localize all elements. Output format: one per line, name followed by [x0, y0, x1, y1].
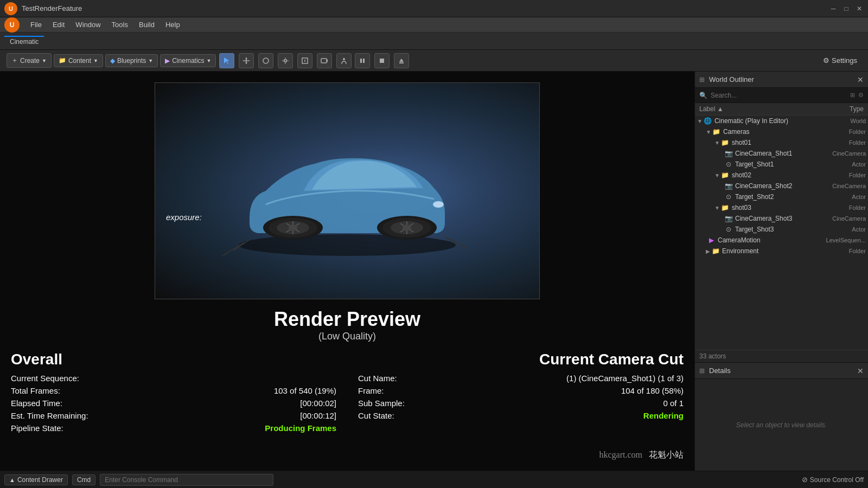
- menu-build[interactable]: Build: [135, 20, 159, 30]
- content-button[interactable]: 📁 Content ▼: [54, 54, 103, 67]
- tree-item-name: CineCamera_Shot3: [735, 215, 832, 222]
- camera-button[interactable]: [317, 53, 332, 68]
- toolbar-playback: [355, 53, 409, 68]
- tree-item[interactable]: ▼ 📁 shot01 Folder: [695, 137, 868, 148]
- menu-help[interactable]: Help: [161, 20, 184, 30]
- main-content: exposure: Render Preview (Low Quality) O…: [0, 72, 868, 471]
- minimize-button[interactable]: ─: [829, 4, 838, 13]
- details-close[interactable]: ✕: [857, 367, 864, 375]
- tree-item[interactable]: 📷 CineCamera_Shot1 CineCamera: [695, 148, 868, 159]
- frame-label: Frame:: [358, 386, 384, 395]
- tree-item-type: Folder: [849, 139, 868, 146]
- menu-file[interactable]: File: [26, 20, 46, 30]
- menu-bar: U File Edit Window Tools Build Help: [0, 17, 868, 33]
- blueprints-chevron: ▼: [148, 58, 153, 63]
- pipeline-label: Pipeline State:: [11, 423, 63, 433]
- menu-tools[interactable]: Tools: [107, 20, 132, 30]
- tree-icon: 📷: [724, 214, 733, 223]
- eject-button[interactable]: [394, 53, 409, 68]
- tree-item-name: shot03: [732, 204, 849, 211]
- tree-item[interactable]: ▼ 🌐 Cinematic (Play In Editor) World: [695, 115, 868, 126]
- tree-arrow: ▼: [706, 129, 711, 135]
- cinematics-label: Cinematics: [172, 57, 204, 65]
- stats-row-subsample: Sub Sample: 0 of 1: [358, 399, 684, 408]
- source-control-status[interactable]: ⊘ Source Control Off: [802, 476, 864, 484]
- type-column-header: Type: [850, 105, 864, 113]
- surface-snapping-button[interactable]: [297, 53, 312, 68]
- total-frames-label: Total Frames:: [11, 386, 60, 395]
- tree-item[interactable]: ▼ 📁 shot03 Folder: [695, 202, 868, 213]
- scale-tool-button[interactable]: [278, 53, 293, 68]
- settings-label: Settings: [832, 56, 857, 65]
- actors-count: 33 actors: [695, 350, 868, 362]
- tree-icon: 📁: [712, 127, 721, 136]
- rotate-tool-button[interactable]: [258, 53, 273, 68]
- world-outliner-close[interactable]: ✕: [857, 75, 864, 84]
- content-label: Content: [68, 57, 91, 65]
- content-chevron: ▼: [93, 58, 98, 63]
- svg-point-31: [289, 224, 297, 231]
- unreal-logo: U: [4, 17, 20, 33]
- subsample-label: Sub Sample:: [358, 399, 405, 408]
- tree-item-type: Actor: [852, 161, 868, 168]
- pipeline-value: Producing Frames: [265, 423, 336, 433]
- settings-outliner-icon[interactable]: ⚙: [858, 92, 864, 99]
- cinematics-icon: ▶: [165, 57, 170, 65]
- create-button[interactable]: ＋ Create ▼: [7, 53, 52, 68]
- tree-icon: 📁: [721, 138, 730, 147]
- stats-row-pipeline: Pipeline State: Producing Frames: [11, 423, 336, 433]
- tree-item[interactable]: ⊙ Target_Shot3 Actor: [695, 224, 868, 235]
- app-title: TestRenderFeature: [22, 4, 82, 12]
- tree-item[interactable]: ▶ CameraMotion LevelSequen...: [695, 235, 868, 246]
- tree-item-name: Cinematic (Play In Editor): [714, 117, 851, 125]
- select-tool-button[interactable]: [219, 53, 234, 68]
- tree-item[interactable]: 📷 CineCamera_Shot2 CineCamera: [695, 181, 868, 191]
- tree-arrow: ▼: [714, 205, 720, 211]
- tree-item[interactable]: ▼ 📁 shot02 Folder: [695, 170, 868, 181]
- menu-window[interactable]: Window: [71, 20, 105, 30]
- translate-tool-button[interactable]: [239, 53, 254, 68]
- blueprints-icon: ◆: [110, 57, 115, 65]
- menu-edit[interactable]: Edit: [48, 20, 69, 30]
- tree-item-type: LevelSequen...: [826, 237, 868, 243]
- svg-rect-20: [399, 62, 404, 63]
- render-preview-frame: exposure:: [155, 82, 540, 299]
- tree-item-name: CineCamera_Shot2: [735, 182, 832, 190]
- settings-button[interactable]: ⚙ Settings: [819, 54, 861, 67]
- tree-item-name: shot01: [732, 139, 849, 146]
- svg-rect-18: [380, 59, 384, 63]
- elapsed-label: Elapsed Time:: [11, 399, 62, 408]
- tree-item[interactable]: ⊙ Target_Shot2 Actor: [695, 191, 868, 202]
- stats-row-elapsed: Elapsed Time: [00:00:02]: [11, 399, 336, 408]
- cmd-button[interactable]: Cmd: [72, 474, 95, 485]
- console-input[interactable]: [100, 474, 273, 486]
- tree-item-type: Folder: [849, 248, 868, 254]
- outliner-columns: Label ▲ Type: [695, 103, 868, 115]
- pause-button[interactable]: [355, 53, 370, 68]
- close-button[interactable]: ✕: [855, 4, 864, 13]
- blueprints-button[interactable]: ◆ Blueprints ▼: [105, 54, 158, 67]
- tree-item-type: Actor: [852, 226, 868, 233]
- tree-item[interactable]: ▼ 📁 Cameras Folder: [695, 126, 868, 137]
- svg-marker-4: [245, 62, 247, 64]
- cinematic-tab[interactable]: Cinematic: [4, 36, 44, 47]
- tree-item-name: Target_Shot1: [735, 160, 852, 168]
- tree-item-name: shot02: [732, 171, 849, 179]
- tree-item-type: CineCamera: [832, 215, 868, 222]
- cinematics-button[interactable]: ▶ Cinematics ▼: [160, 54, 216, 67]
- svg-marker-0: [224, 57, 229, 64]
- tree-icon: 🌐: [704, 117, 712, 125]
- svg-marker-19: [399, 59, 404, 62]
- content-drawer-button[interactable]: ▲ Content Drawer: [4, 474, 68, 485]
- stop-button[interactable]: [374, 53, 390, 68]
- tree-item[interactable]: ▶ 📁 Environment Folder: [695, 246, 868, 256]
- tree-item-type: Folder: [849, 204, 868, 211]
- tree-item[interactable]: 📷 CineCamera_Shot3 CineCamera: [695, 213, 868, 224]
- search-input[interactable]: [711, 92, 847, 99]
- filter-icon[interactable]: ⊞: [850, 92, 855, 99]
- stats-row-cut-state: Cut State: Rendering: [358, 411, 684, 420]
- tree-item[interactable]: ⊙ Target_Shot1 Actor: [695, 159, 868, 170]
- maximize-button[interactable]: □: [842, 4, 851, 13]
- character-button[interactable]: [336, 53, 352, 68]
- app-logo: U: [4, 2, 17, 15]
